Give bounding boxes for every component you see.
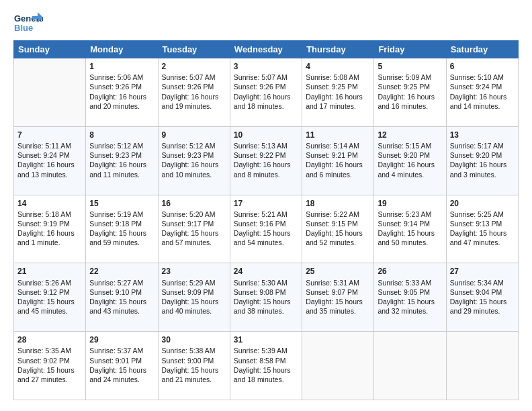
day-info: Sunset: 9:26 PM	[234, 82, 298, 91]
day-info: Sunset: 9:24 PM	[17, 150, 82, 160]
day-info: Sunrise: 5:34 AM	[450, 278, 515, 287]
calendar-cell: 15Sunrise: 5:19 AMSunset: 9:18 PMDayligh…	[86, 195, 158, 263]
day-number: 31	[234, 334, 298, 345]
day-number: 15	[89, 198, 154, 209]
day-info: and 24 minutes.	[89, 375, 154, 384]
calendar-cell: 12Sunrise: 5:15 AMSunset: 9:20 PMDayligh…	[374, 126, 446, 195]
calendar-cell	[14, 58, 86, 127]
calendar-cell: 9Sunrise: 5:12 AMSunset: 9:23 PMDaylight…	[158, 126, 230, 195]
day-info: Daylight: 15 hours	[450, 297, 515, 306]
calendar-cell: 10Sunrise: 5:13 AMSunset: 9:22 PMDayligh…	[230, 126, 302, 195]
day-info: and 27 minutes.	[17, 375, 82, 384]
weekday-header: Saturday	[446, 41, 518, 58]
day-number: 16	[162, 198, 226, 209]
day-info: Sunset: 9:20 PM	[378, 150, 442, 160]
day-info: and 29 minutes.	[450, 306, 515, 316]
day-info: Sunset: 9:04 PM	[450, 287, 515, 297]
day-info: and 38 minutes.	[234, 306, 298, 316]
day-info: and 21 minutes.	[162, 375, 226, 384]
calendar-header: SundayMondayTuesdayWednesdayThursdayFrid…	[14, 41, 519, 58]
day-info: Sunrise: 5:33 AM	[378, 278, 442, 287]
calendar-cell: 26Sunrise: 5:33 AMSunset: 9:05 PMDayligh…	[374, 263, 446, 332]
day-info: Sunset: 9:22 PM	[234, 150, 298, 160]
weekday-header: Friday	[374, 41, 446, 58]
day-info: Sunrise: 5:06 AM	[89, 73, 154, 82]
day-info: Sunrise: 5:14 AM	[306, 141, 370, 150]
weekday-header: Tuesday	[158, 41, 230, 58]
day-info: Sunrise: 5:07 AM	[162, 73, 226, 82]
day-info: Sunrise: 5:39 AM	[234, 346, 298, 355]
day-info: Sunrise: 5:07 AM	[234, 73, 298, 82]
calendar-cell	[302, 332, 374, 400]
day-number: 4	[306, 61, 370, 72]
calendar-cell: 27Sunrise: 5:34 AMSunset: 9:04 PMDayligh…	[446, 263, 518, 332]
day-info: and 1 minute.	[17, 238, 82, 247]
calendar-cell: 16Sunrise: 5:20 AMSunset: 9:17 PMDayligh…	[158, 195, 230, 263]
day-info: Sunset: 9:25 PM	[378, 82, 442, 91]
header: General Blue	[13, 11, 519, 35]
day-info: Daylight: 15 hours	[306, 297, 370, 306]
weekday-header: Monday	[86, 41, 158, 58]
calendar-week-row: 21Sunrise: 5:26 AMSunset: 9:12 PMDayligh…	[14, 263, 519, 332]
day-info: Sunrise: 5:15 AM	[378, 141, 442, 150]
day-number: 2	[162, 61, 226, 72]
svg-text:Blue: Blue	[14, 23, 33, 33]
calendar-cell: 3Sunrise: 5:07 AMSunset: 9:26 PMDaylight…	[230, 58, 302, 127]
day-info: Daylight: 15 hours	[162, 228, 226, 238]
day-info: Sunset: 9:19 PM	[17, 219, 82, 228]
day-info: and 47 minutes.	[450, 238, 515, 247]
calendar-cell: 29Sunrise: 5:37 AMSunset: 9:01 PMDayligh…	[86, 332, 158, 400]
day-info: and 17 minutes.	[306, 101, 370, 111]
day-info: and 13 minutes.	[17, 170, 82, 179]
day-info: Sunrise: 5:08 AM	[306, 73, 370, 82]
day-number: 12	[378, 130, 442, 140]
day-info: and 19 minutes.	[162, 101, 226, 111]
day-info: Sunrise: 5:13 AM	[234, 141, 298, 150]
day-info: Sunset: 9:16 PM	[234, 219, 298, 228]
day-info: Sunrise: 5:31 AM	[306, 278, 370, 287]
day-info: Sunrise: 5:10 AM	[450, 73, 515, 82]
day-info: Sunset: 9:09 PM	[162, 287, 226, 297]
calendar-cell: 2Sunrise: 5:07 AMSunset: 9:26 PMDaylight…	[158, 58, 230, 127]
calendar-cell: 28Sunrise: 5:35 AMSunset: 9:02 PMDayligh…	[14, 332, 86, 400]
day-info: Sunrise: 5:19 AM	[89, 210, 154, 219]
day-number: 20	[450, 198, 515, 209]
day-info: Daylight: 16 hours	[234, 160, 298, 169]
day-info: Sunrise: 5:21 AM	[234, 210, 298, 219]
day-info: Sunset: 9:26 PM	[162, 82, 226, 91]
calendar-cell	[446, 332, 518, 400]
day-info: Daylight: 15 hours	[17, 365, 82, 375]
calendar-cell: 22Sunrise: 5:27 AMSunset: 9:10 PMDayligh…	[86, 263, 158, 332]
day-info: Sunset: 9:01 PM	[89, 356, 154, 365]
calendar-cell	[374, 332, 446, 400]
day-info: Sunset: 9:23 PM	[162, 150, 226, 160]
day-info: Daylight: 16 hours	[306, 160, 370, 169]
day-info: Sunset: 9:10 PM	[89, 287, 154, 297]
day-info: Daylight: 15 hours	[89, 297, 154, 306]
day-number: 30	[162, 334, 226, 345]
day-info: and 8 minutes.	[234, 170, 298, 179]
day-number: 17	[234, 198, 298, 209]
day-number: 23	[162, 266, 226, 277]
day-info: Sunrise: 5:37 AM	[89, 346, 154, 355]
calendar-cell: 4Sunrise: 5:08 AMSunset: 9:25 PMDaylight…	[302, 58, 374, 127]
day-info: Sunset: 9:18 PM	[89, 219, 154, 228]
day-number: 13	[450, 130, 515, 140]
calendar-cell: 17Sunrise: 5:21 AMSunset: 9:16 PMDayligh…	[230, 195, 302, 263]
day-info: Daylight: 15 hours	[378, 228, 442, 238]
day-info: Daylight: 15 hours	[234, 228, 298, 238]
day-info: Daylight: 15 hours	[234, 365, 298, 375]
day-info: Daylight: 16 hours	[17, 160, 82, 169]
day-info: and 14 minutes.	[450, 101, 515, 111]
day-info: Sunset: 9:02 PM	[17, 356, 82, 365]
day-info: and 59 minutes.	[89, 238, 154, 247]
day-number: 1	[89, 61, 154, 72]
calendar-cell: 5Sunrise: 5:09 AMSunset: 9:25 PMDaylight…	[374, 58, 446, 127]
weekday-header: Thursday	[302, 41, 374, 58]
day-number: 6	[450, 61, 515, 72]
day-info: and 54 minutes.	[234, 238, 298, 247]
day-info: Sunset: 9:00 PM	[162, 356, 226, 365]
day-number: 21	[17, 266, 82, 277]
day-number: 10	[234, 130, 298, 140]
day-info: Sunrise: 5:25 AM	[450, 210, 515, 219]
